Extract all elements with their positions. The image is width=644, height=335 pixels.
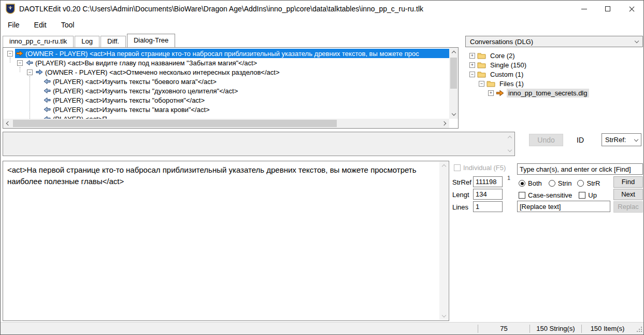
expand-icon[interactable] [469, 53, 475, 59]
collapse-icon[interactable] [27, 69, 33, 75]
conversations-header-label: Conversations (DLG) [470, 38, 533, 46]
menu-file[interactable]: File [1, 19, 27, 31]
collapse-icon[interactable] [469, 72, 475, 77]
menu-tool[interactable]: Tool [54, 19, 82, 31]
lines-label: Lines [452, 203, 468, 211]
chevron-down-icon [635, 39, 639, 43]
blue-left-arrow-icon [44, 97, 51, 103]
case-sensitive-label: Case-sensitive [528, 191, 572, 199]
close-icon [628, 6, 635, 12]
scroll-down-icon[interactable] [439, 314, 448, 318]
folder-icon [477, 62, 486, 68]
scroll-up-icon[interactable] [508, 136, 512, 140]
conv-row-core[interactable]: Core (2) [465, 51, 643, 60]
individual-checkbox[interactable]: Individual (F5) [454, 164, 506, 172]
radio-strref-label: StrR [586, 179, 600, 187]
tree-guide [10, 58, 10, 63]
status-cell-count: 75 [478, 325, 529, 333]
folder-icon [477, 71, 486, 78]
undo-button[interactable]: Undo [529, 134, 563, 146]
collapse-icon[interactable] [479, 81, 484, 87]
menu-edit[interactable]: Edit [27, 19, 54, 31]
case-sensitive-checkbox[interactable] [519, 192, 525, 199]
radio-strref[interactable] [577, 180, 584, 187]
secondary-text-box[interactable] [3, 132, 515, 156]
conv-row-custom[interactable]: Custom (1) [465, 69, 643, 79]
close-button[interactable] [620, 1, 643, 17]
scrollbar-thumb[interactable] [450, 58, 457, 89]
tree-row[interactable]: (PLAYER) <act>Изучить тексты "духовного … [3, 86, 449, 95]
tree-row[interactable]: (PLAYER) <act>П [3, 114, 449, 119]
tree-row[interactable]: (PLAYER) <act>Изучить тексты "боевого ма… [3, 77, 449, 86]
conv-row-label: Single (150) [489, 61, 528, 69]
tree-row-label: (PLAYER) <act>Изучить тексты "оборотня"<… [53, 96, 205, 104]
text-editor[interactable]: <act>На первой странице кто-то набросал … [3, 161, 449, 321]
conv-row-label: Core (2) [489, 51, 517, 60]
search-scope-radios: Both Strin StrR [519, 179, 600, 187]
maximize-button[interactable] [596, 1, 620, 17]
scroll-up-icon[interactable] [449, 48, 458, 57]
search-option-checkboxes: Case-sensitive Up [519, 191, 597, 199]
tree-row[interactable]: (PLAYER) <act>Вы видите главу под назван… [3, 58, 449, 67]
individual-label: Individual (F5) [463, 164, 506, 172]
strref-mode-select[interactable]: StrRef: [602, 133, 641, 146]
conversations-header[interactable]: Conversations (DLG) [465, 36, 643, 47]
radio-both[interactable] [519, 180, 525, 187]
app-icon [6, 4, 15, 14]
maximize-icon [605, 6, 610, 11]
up-label: Up [588, 191, 597, 199]
next-button[interactable]: Next [613, 189, 643, 200]
tab-dialog-tree[interactable]: Dialog-Tree [127, 34, 175, 47]
tree-row[interactable]: (OWNER - PLAYER) <act>На первой странице… [3, 49, 449, 58]
lines-input[interactable] [473, 201, 503, 212]
checkbox-icon [454, 164, 461, 171]
expand-icon[interactable] [469, 62, 475, 68]
scroll-down-icon[interactable] [449, 110, 458, 119]
folder-icon [477, 52, 486, 59]
tab-diff[interactable]: Diff. [101, 36, 126, 47]
tab-log[interactable]: Log [75, 36, 99, 47]
window-title: DAOTLKEdit v0.20 C:\Users\Admin\Document… [19, 5, 423, 13]
up-checkbox[interactable] [579, 192, 585, 199]
length-input[interactable] [473, 189, 503, 200]
strref-input[interactable] [473, 176, 503, 187]
tree-row[interactable]: (PLAYER) <act>Изучить тексты "оборотня"<… [3, 95, 449, 105]
expand-icon[interactable] [488, 90, 494, 96]
conv-row-files[interactable]: Files (1) [465, 79, 643, 88]
scrollbar-thumb[interactable] [13, 120, 337, 127]
tree-row[interactable]: (PLAYER) <act>Изучить тексты "мага крови… [3, 105, 449, 114]
scroll-left-icon[interactable] [3, 119, 12, 128]
resize-grip-icon[interactable] [635, 325, 642, 332]
editor-content[interactable]: <act>На первой странице кто-то набросал … [7, 164, 427, 187]
tab-tlk-file[interactable]: inno_pp_c_ru-ru.tlk [3, 36, 74, 47]
scroll-right-icon[interactable] [440, 119, 449, 128]
tree-row[interactable]: (OWNER - PLAYER) <act>Отмечено несколько… [3, 67, 449, 77]
tree-row-label: (PLAYER) <act>Изучить тексты "духовного … [53, 87, 238, 95]
scroll-down-icon[interactable] [508, 148, 512, 152]
scroll-up-icon[interactable] [439, 163, 448, 168]
conversations-tree: Core (2) Single (150) Custom (1) Files (… [465, 48, 643, 129]
blue-left-arrow-icon [44, 78, 51, 85]
dialog-tree-rows: (OWNER - PLAYER) <act>На первой странице… [3, 48, 449, 119]
blue-left-arrow-icon [26, 60, 33, 66]
search-input[interactable] [517, 163, 643, 175]
status-cell-empty [1, 325, 478, 333]
collapse-icon[interactable] [17, 60, 23, 66]
minimize-button[interactable] [572, 1, 596, 17]
status-cell-items: 150 Item(s) [581, 325, 633, 333]
radio-string[interactable] [549, 180, 555, 187]
conv-row-single[interactable]: Single (150) [465, 60, 643, 69]
replace-button[interactable]: Replac [613, 201, 643, 213]
collapse-icon[interactable] [7, 51, 13, 57]
chevron-down-icon [634, 137, 638, 141]
tab-strip: inno_pp_c_ru-ru.tlk Log Diff. Dialog-Tre… [3, 34, 176, 47]
blue-right-arrow-icon [36, 69, 43, 75]
conv-row-label: Files (1) [498, 79, 525, 88]
tree-vertical-scrollbar[interactable] [449, 48, 458, 119]
find-button[interactable]: Find [613, 176, 643, 188]
conv-row-dlg-file[interactable]: inno_pp_tome_secrets.dlg [465, 88, 643, 97]
editor-scrollbar[interactable] [439, 162, 448, 320]
replace-input[interactable] [517, 201, 610, 212]
tree-horizontal-scrollbar[interactable] [3, 119, 449, 128]
midbox-scrollbar[interactable] [506, 133, 514, 155]
